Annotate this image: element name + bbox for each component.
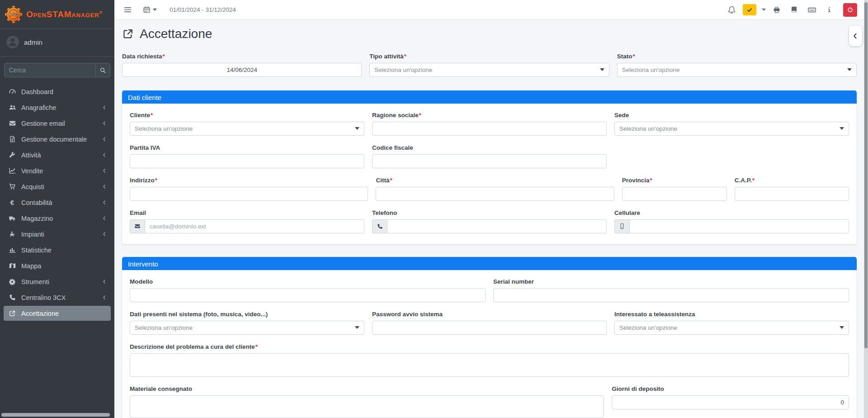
- sidebar-item-acquisti[interactable]: Acquisti: [0, 179, 114, 195]
- shortcuts-button[interactable]: [805, 3, 819, 17]
- vertical-scrollbar[interactable]: [864, 0, 868, 418]
- field-label: Serial number: [493, 278, 849, 285]
- sidebar-item-magazzino[interactable]: Magazzino: [0, 210, 114, 226]
- required-marker: *: [390, 177, 392, 184]
- serial-number-input[interactable]: [493, 288, 849, 302]
- topbar-actions: [725, 3, 857, 17]
- codice-fiscale-input[interactable]: [372, 154, 607, 168]
- required-marker: *: [650, 177, 652, 184]
- ragione-sociale-input[interactable]: [372, 122, 607, 136]
- map-icon: [7, 262, 17, 270]
- password-avvio-input[interactable]: [372, 321, 607, 335]
- sidebar-item-impianti[interactable]: Impianti: [0, 226, 114, 242]
- materiale-consegnato-textarea[interactable]: [130, 395, 604, 418]
- field-label-text: Cellulare: [614, 209, 640, 216]
- required-marker: *: [255, 343, 258, 350]
- sidebar-item-statistiche[interactable]: Statistiche: [0, 242, 114, 258]
- search-input[interactable]: [5, 63, 95, 77]
- field-sede: Sede Seleziona un'opzione: [614, 112, 849, 136]
- date-range: 01/01/2024 - 31/12/2024: [170, 6, 236, 13]
- document-icon: [7, 135, 17, 143]
- field-dati-presenti: Dati presenti nel sistema (foto, musica,…: [130, 311, 364, 335]
- notifications-button[interactable]: [725, 3, 739, 16]
- sidebar-item-vendite[interactable]: Vendite: [0, 163, 114, 179]
- wrench-icon: [7, 152, 17, 159]
- tipo-attivita-select[interactable]: Seleziona un'opzione: [369, 63, 609, 77]
- sidebar-item-label: Statistiche: [21, 247, 52, 254]
- descrizione-problema-textarea[interactable]: [130, 353, 849, 377]
- field-ragione-sociale: Ragione sociale*: [372, 112, 607, 136]
- field-data-richiesta: Data richiesta*: [122, 53, 362, 77]
- sidebar-item-gestione-documentale[interactable]: Gestione documentale: [0, 131, 114, 147]
- sidebar-horizontal-scrollbar[interactable]: [1, 413, 110, 417]
- giorni-deposito-input[interactable]: [612, 395, 849, 409]
- sidebar-item-attivita[interactable]: Attività: [0, 147, 114, 163]
- vertical-scrollbar-thumb[interactable]: [864, 2, 868, 348]
- chevron-left-icon: [102, 152, 107, 157]
- sidebar-item-gestione-email[interactable]: Gestione email: [0, 115, 114, 131]
- field-label: Data richiesta*: [122, 53, 362, 60]
- modello-input[interactable]: [130, 288, 486, 302]
- dati-presenti-select[interactable]: Seleziona un'opzione: [130, 321, 364, 335]
- field-label: Cellulare: [614, 209, 849, 216]
- sidebar-item-mappa[interactable]: Mappa: [0, 258, 114, 274]
- sidebar-item-anagrafiche[interactable]: Anagrafiche: [0, 100, 114, 115]
- required-marker: *: [151, 112, 153, 119]
- field-label-text: Password avvio sistema: [372, 311, 443, 318]
- gear-icon: [7, 278, 17, 285]
- caret-down-icon: [840, 326, 844, 329]
- stato-select[interactable]: Seleziona un'opzione: [617, 63, 857, 77]
- info-button[interactable]: [823, 4, 835, 15]
- field-label-text: Partita IVA: [130, 144, 160, 151]
- partita-iva-input[interactable]: [130, 154, 364, 168]
- sidebar-item-label: Attività: [21, 152, 41, 159]
- envelope-icon: [7, 119, 17, 127]
- field-provincia: Provincia*: [622, 177, 727, 201]
- email-input[interactable]: [145, 219, 364, 233]
- docs-button[interactable]: [788, 4, 801, 16]
- field-label: Ragione sociale*: [372, 112, 607, 119]
- data-richiesta-input[interactable]: [122, 63, 362, 77]
- sidebar-item-strumenti[interactable]: Strumenti: [0, 274, 114, 290]
- logout-button[interactable]: [843, 3, 857, 17]
- telefono-input[interactable]: [387, 219, 607, 233]
- chevron-left-icon: [102, 168, 107, 173]
- select-value: Seleziona un'opzione: [135, 324, 193, 331]
- sidebar-item-dashboard[interactable]: Dashboard: [0, 84, 114, 100]
- field-telefono: Telefono: [372, 209, 607, 233]
- teleassistenza-select[interactable]: Seleziona un'opzione: [614, 321, 849, 335]
- sidebar-toggle-button[interactable]: [119, 3, 137, 17]
- sidebar-item-contabilita[interactable]: € Contabilità: [0, 195, 114, 210]
- field-cliente: Cliente* Seleziona un'opzione: [130, 112, 364, 136]
- citta-input[interactable]: [376, 187, 614, 201]
- avatar[interactable]: [6, 36, 19, 48]
- print-button[interactable]: [770, 4, 783, 16]
- cap-input[interactable]: [735, 187, 849, 201]
- machine-icon: [7, 231, 17, 238]
- sidebar-item-accettazione[interactable]: Accettazione: [4, 306, 111, 321]
- cellulare-input[interactable]: [629, 219, 849, 233]
- field-label-text: Dati presenti nel sistema (foto, musica,…: [130, 311, 268, 318]
- calendar-dropdown-button[interactable]: [138, 3, 161, 16]
- field-label-text: Sede: [614, 112, 629, 119]
- user-name[interactable]: admin: [24, 38, 42, 46]
- cliente-select[interactable]: Seleziona un'opzione: [130, 122, 364, 136]
- indirizzo-input[interactable]: [130, 187, 368, 201]
- email-input-group: [130, 219, 364, 233]
- field-label: Codice fiscale: [372, 144, 607, 151]
- field-label: Dati presenti nel sistema (foto, musica,…: [130, 311, 364, 318]
- caret-down-icon: [847, 68, 852, 71]
- field-label: Provincia*: [622, 177, 727, 184]
- mobile-icon: [614, 219, 629, 233]
- chevron-left-icon: [102, 232, 107, 237]
- collapse-panel-button[interactable]: [849, 26, 862, 46]
- sede-select[interactable]: Seleziona un'opzione: [614, 122, 849, 136]
- tasks-check-button[interactable]: [743, 4, 756, 15]
- brand[interactable]: OSM OpenSTAManager®: [0, 0, 114, 29]
- provincia-input[interactable]: [622, 187, 727, 201]
- field-label-text: Descrizione del problema a cura del clie…: [130, 343, 255, 350]
- sidebar-item-centralino-3cx[interactable]: Centralino 3CX: [0, 290, 114, 305]
- panel-intervento: Intervento Modello Serial number Dati pr…: [122, 257, 857, 418]
- caret-down-icon[interactable]: [762, 8, 766, 11]
- search-button[interactable]: [95, 63, 110, 77]
